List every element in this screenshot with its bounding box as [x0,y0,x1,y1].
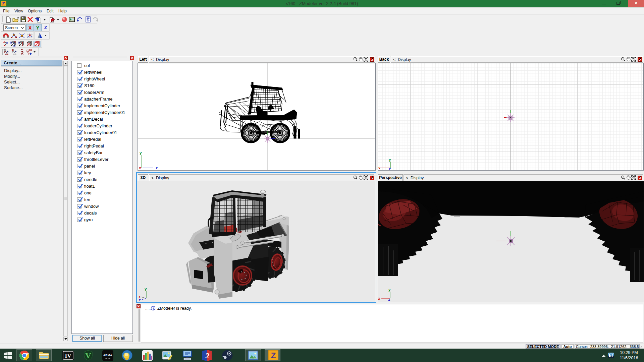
svg-text:y: y [145,287,147,291]
svg-text:x: x [378,166,381,170]
svg-text:y: y [388,288,391,292]
svg-text:x: x [139,166,141,170]
svg-text:z: z [389,167,391,170]
svg-text:y: y [389,158,391,162]
svg-text:z: z [388,298,390,302]
svg-text:y: y [140,151,142,155]
svg-text:Z: Z [271,351,276,360]
svg-text:V: V [85,351,91,360]
svg-text:2: 2 [205,351,209,360]
svg-text:x: x [378,297,380,301]
svg-text:ARMA: ARMA [103,354,112,357]
svg-text:z: z [139,299,141,302]
svg-text:z: z [156,166,158,170]
svg-text:IV: IV [65,353,72,359]
